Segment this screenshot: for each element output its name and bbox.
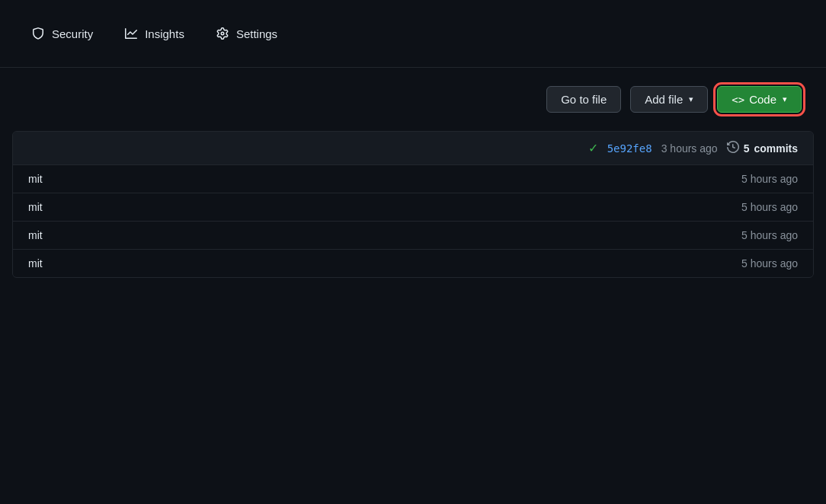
commit-time: 3 hours ago: [661, 142, 718, 155]
file-row: mit 5 hours ago: [13, 165, 813, 193]
code-label: Code: [749, 93, 776, 106]
file-table: ✓ 5e92fe8 3 hours ago 5 commits mit 5 ho…: [12, 131, 814, 278]
top-nav: Security Insights Settings: [0, 0, 826, 68]
file-time-3: 5 hours ago: [741, 257, 798, 270]
file-time-1: 5 hours ago: [741, 201, 798, 213]
nav-item-settings[interactable]: Settings: [203, 20, 290, 47]
file-row: mit 5 hours ago: [13, 250, 813, 277]
file-row: mit 5 hours ago: [13, 222, 813, 250]
commits-number: 5: [744, 142, 750, 155]
file-name-2[interactable]: mit: [28, 229, 43, 241]
history-icon: [727, 141, 739, 155]
commit-hash[interactable]: 5e92fe8: [607, 142, 652, 155]
nav-settings-label: Settings: [236, 27, 277, 40]
code-button[interactable]: <> Code ▾: [717, 86, 802, 113]
nav-item-insights[interactable]: Insights: [111, 20, 197, 47]
file-name-3[interactable]: mit: [28, 257, 43, 270]
add-file-label: Add file: [645, 93, 683, 106]
file-row: mit 5 hours ago: [13, 193, 813, 222]
commits-count[interactable]: 5 commits: [727, 141, 798, 155]
commit-row: ✓ 5e92fe8 3 hours ago 5 commits: [13, 132, 813, 165]
code-angle-icon: <>: [732, 94, 744, 106]
go-to-file-label: Go to file: [561, 93, 607, 106]
file-time-0: 5 hours ago: [741, 173, 798, 185]
file-name-0[interactable]: mit: [28, 173, 43, 185]
toolbar: Go to file Add file ▾ <> Code ▾: [0, 68, 826, 131]
nav-item-security[interactable]: Security: [18, 20, 105, 47]
go-to-file-button[interactable]: Go to file: [546, 86, 621, 113]
file-name-1[interactable]: mit: [28, 201, 43, 213]
gear-icon: [215, 26, 230, 41]
file-time-2: 5 hours ago: [741, 229, 798, 241]
add-file-chevron-icon: ▾: [689, 94, 693, 104]
nav-insights-label: Insights: [145, 27, 184, 40]
add-file-button[interactable]: Add file ▾: [630, 86, 708, 113]
commit-check-icon: ✓: [588, 141, 598, 155]
nav-security-label: Security: [52, 27, 93, 40]
code-chevron-icon: ▾: [783, 94, 787, 104]
commits-label: commits: [754, 142, 798, 155]
shield-icon: [30, 26, 46, 41]
graph-icon: [123, 26, 139, 41]
